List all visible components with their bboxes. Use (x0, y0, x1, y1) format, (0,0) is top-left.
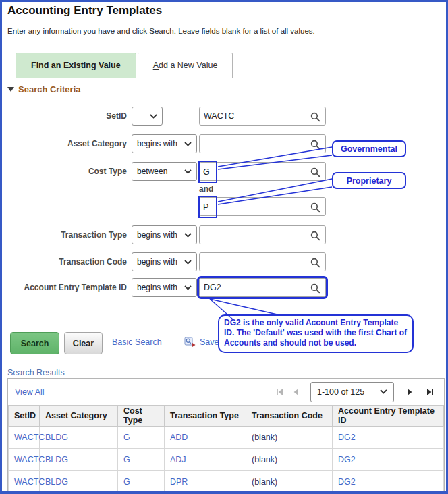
transaction-code-label: Transaction Code (2, 257, 127, 267)
search-lookup-icon[interactable] (310, 258, 320, 268)
chevron-down-icon (184, 260, 192, 265)
previous-page-icon (293, 387, 300, 397)
chevron-down-icon (184, 233, 192, 238)
search-lookup-icon[interactable] (310, 112, 320, 122)
clear-button[interactable]: Clear (64, 332, 103, 354)
table-cell[interactable]: WACTC (9, 427, 40, 449)
dg2-note-callout: DG2 is the only valid Account Entry Temp… (218, 314, 414, 353)
account-entry-template-id-value: DG2 (200, 283, 221, 292)
cost-type-operator-cell: between (132, 162, 199, 181)
cost-type-field: G (199, 162, 326, 181)
column-header[interactable]: Account Entry Template ID (333, 406, 444, 427)
transaction-type-field (199, 225, 326, 244)
setid-field: WACTC (199, 107, 326, 126)
operator-value: begins with (137, 230, 177, 240)
accounting-entry-templates-page: Accounting Entry Templates Enter any inf… (0, 0, 448, 494)
criteria-row-transaction-code: Transaction Codebegins with (2, 252, 326, 272)
tab-find-an-existing-value[interactable]: Find an Existing Value (16, 53, 136, 78)
search-lookup-icon[interactable] (310, 283, 320, 294)
cost-type-highlight-box: G (198, 161, 217, 183)
account-entry-template-id-operator-select[interactable]: begins with (132, 278, 197, 297)
criteria-row-cost-type: Cost TypebetweenG (2, 161, 326, 182)
table-cell[interactable]: BLDG (40, 427, 118, 449)
cost-type-to-input[interactable]: P (199, 197, 326, 216)
transaction-type-operator-select[interactable]: begins with (132, 225, 197, 244)
setid-input[interactable]: WACTC (199, 107, 326, 126)
search-lookup-icon[interactable] (310, 231, 320, 241)
criteria-row-account-entry-template-id: Account Entry Template IDbegins withDG2 (2, 277, 326, 298)
search-lookup-icon[interactable] (310, 167, 320, 177)
transaction-code-operator-cell: begins with (132, 252, 199, 271)
transaction-code-operator-select[interactable]: begins with (132, 252, 197, 271)
tab-add-a-new-value[interactable]: Add a New Value (138, 53, 233, 78)
table-cell[interactable]: DG2 (333, 449, 444, 471)
cost-type-to-field: P (199, 197, 326, 216)
account-entry-template-id-operator-cell: begins with (132, 278, 199, 297)
table-cell[interactable]: (blank) (246, 471, 333, 493)
first-page-icon (275, 387, 285, 397)
operator-value: between (137, 167, 167, 176)
column-header[interactable]: Transaction Type (165, 406, 246, 427)
cost-type-to-value: P (200, 202, 208, 212)
column-header[interactable]: Cost Type (118, 406, 165, 427)
next-page-icon[interactable] (406, 387, 413, 397)
page-range-select[interactable]: 1-100 of 125 (310, 382, 394, 402)
search-criteria-header[interactable]: Search Criteria (7, 84, 81, 94)
view-all-link[interactable]: View All (15, 387, 45, 397)
proprietary-callout: Proprietary (332, 172, 406, 189)
account-entry-template-id-label: Account Entry Template ID (2, 283, 127, 292)
table-cell[interactable]: ADJ (165, 449, 246, 471)
table-cell[interactable]: (blank) (246, 449, 333, 471)
tab-label: Find an Existing Value (31, 61, 121, 70)
last-page-icon[interactable] (425, 387, 435, 397)
table-cell[interactable]: WACTC (9, 471, 40, 493)
column-header[interactable]: Asset Category (40, 406, 118, 427)
operator-value: begins with (137, 139, 177, 148)
table-cell[interactable]: G (118, 427, 165, 449)
account-entry-template-id-input[interactable]: DG2 (199, 278, 326, 297)
collapse-triangle-icon (7, 87, 14, 92)
table-cell[interactable]: G (118, 449, 165, 471)
table-cell[interactable]: DPR (165, 471, 246, 493)
transaction-type-input[interactable] (199, 225, 326, 244)
transaction-code-input[interactable] (199, 252, 326, 271)
criteria-row-setid: SetID=WACTC (2, 106, 326, 126)
search-results-grid: View All 1-100 of 125 (7, 378, 445, 491)
table-cell[interactable]: G (118, 471, 165, 493)
search-criteria-label: Search Criteria (18, 84, 81, 94)
page-title: Accounting Entry Templates (7, 4, 162, 18)
setid-label: SetID (2, 111, 127, 121)
table-header-row: SetIDAsset CategoryCost TypeTransaction … (9, 406, 444, 427)
table-cell[interactable]: ADD (165, 427, 246, 449)
account-entry-template-id-field: DG2 (199, 278, 326, 297)
grid-toolbar: View All 1-100 of 125 (8, 379, 444, 405)
pagination-controls: 1-100 of 125 (275, 382, 435, 402)
table-cell[interactable]: BLDG (40, 449, 118, 471)
chevron-down-icon (184, 142, 192, 146)
asset-category-operator-select[interactable]: begins with (132, 134, 197, 153)
table-cell[interactable]: BLDG (40, 471, 118, 493)
governmental-callout: Governmental (332, 140, 406, 157)
cost-type-input[interactable]: G (199, 162, 326, 181)
chevron-down-icon (150, 114, 157, 119)
table-row: WACTCBLDGGADD(blank)DG2 (9, 427, 444, 449)
table-cell[interactable]: WACTC (9, 449, 40, 471)
criteria-row-cost-type-to: andP (2, 196, 326, 217)
table-cell[interactable]: DG2 (333, 471, 444, 493)
column-header[interactable]: SetID (9, 406, 40, 427)
asset-category-input[interactable] (199, 134, 326, 153)
cost-type-to-highlight-box: P (198, 196, 217, 218)
table-cell[interactable]: (blank) (246, 427, 333, 449)
setid-operator-select[interactable]: = (132, 107, 163, 126)
search-button[interactable]: Search (10, 332, 59, 354)
cost-type-operator-select[interactable]: between (132, 162, 197, 181)
search-lookup-icon[interactable] (310, 202, 320, 213)
column-header[interactable]: Transaction Code (246, 406, 333, 427)
basic-search-link[interactable]: Basic Search (112, 337, 162, 347)
asset-category-field (199, 134, 326, 153)
transaction-type-label: Transaction Type (2, 230, 127, 240)
search-lookup-icon[interactable] (310, 140, 320, 150)
save-search-icon[interactable] (184, 336, 196, 350)
table-cell[interactable]: DG2 (333, 427, 444, 449)
search-results-heading: Search Results (7, 368, 65, 377)
